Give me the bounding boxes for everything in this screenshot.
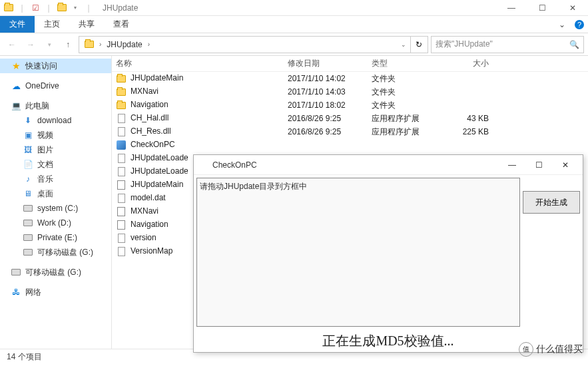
nav-up-icon[interactable]: ↑ — [60, 37, 76, 53]
search-icon[interactable]: 🔍 — [569, 40, 579, 49]
file-name: CH_Res.dll — [131, 126, 171, 136]
file-icon — [116, 246, 127, 257]
file-name: model.dat — [131, 193, 166, 202]
qat-check-icon[interactable]: ☑ — [29, 2, 41, 14]
breadcrumb-segment[interactable]: JHUpdate — [103, 40, 146, 49]
minimize-button[interactable]: — — [496, 0, 527, 16]
drive-icon — [11, 267, 21, 278]
sidebar-item[interactable]: system (C:) — [0, 201, 111, 216]
drive-icon — [23, 247, 33, 258]
expand-ribbon-icon[interactable]: ⌄ — [553, 16, 571, 33]
svg-text:?: ? — [577, 21, 581, 29]
picture-icon: 🖼 — [23, 144, 33, 155]
qat-dropdown-icon[interactable]: ▾ — [69, 2, 81, 14]
sidebar-network[interactable]: 🖧 网络 — [0, 285, 111, 299]
tab-file[interactable]: 文件 — [0, 16, 35, 33]
window-title: JHUpdate — [97, 3, 496, 13]
column-date[interactable]: 修改日期 — [284, 58, 368, 69]
file-icon — [116, 193, 127, 204]
refresh-icon[interactable]: ↻ — [410, 37, 426, 53]
sidebar-item[interactable]: 🖼图片 — [0, 142, 111, 157]
nav-forward-icon[interactable]: → — [23, 37, 39, 53]
watermark-text: 什么值得买 — [536, 343, 583, 355]
breadcrumb-dropdown-icon[interactable]: ⌄ — [397, 41, 410, 48]
window-titlebar: | ☑ | ▾ | JHUpdate — ☐ ✕ — [0, 0, 588, 16]
sidebar-item[interactable]: 📄文档 — [0, 157, 111, 172]
tab-share[interactable]: 共享 — [69, 16, 104, 33]
file-row[interactable]: Navigation2017/1/10 18:02文件夹 — [112, 98, 588, 112]
qat-divider: | — [43, 2, 55, 14]
qat-divider: | — [83, 2, 95, 14]
sidebar-item[interactable]: ⬇download — [0, 113, 111, 128]
tab-home[interactable]: 主页 — [35, 16, 69, 33]
sidebar-item-label: Work (D:) — [37, 218, 71, 228]
sidebar-item[interactable]: 🖥桌面 — [0, 186, 111, 201]
dialog-titlebar[interactable]: CheckOnPC — ☐ ✕ — [194, 155, 583, 175]
file-date: 2016/8/26 9:25 — [284, 114, 368, 123]
column-size[interactable]: 大小 — [441, 58, 494, 69]
file-icon — [116, 153, 127, 164]
sidebar-item[interactable]: ▣视频 — [0, 128, 111, 142]
file-row[interactable]: CH_Res.dll2016/8/26 9:25应用程序扩展225 KB — [112, 125, 588, 138]
dll-icon — [116, 126, 127, 137]
sidebar-quick-access[interactable]: ★ 快速访问 — [0, 59, 111, 73]
dialog-title: CheckOnPC — [212, 160, 499, 170]
help-icon[interactable]: ? — [571, 16, 588, 33]
bat-icon — [116, 206, 127, 217]
file-date: 2017/1/10 18:02 — [284, 100, 368, 110]
file-type: 应用程序扩展 — [368, 113, 441, 124]
nav-back-icon[interactable]: ← — [4, 37, 20, 53]
file-name: CH_Hal.dll — [131, 113, 168, 122]
close-button[interactable]: ✕ — [557, 0, 588, 16]
tab-view[interactable]: 查看 — [104, 16, 139, 33]
maximize-button[interactable]: ☐ — [527, 0, 557, 16]
chevron-right-icon[interactable]: › — [99, 41, 101, 48]
folder-icon — [116, 73, 127, 84]
sidebar-item[interactable]: 可移动磁盘 (G:) — [0, 245, 111, 260]
dialog-close-button[interactable]: ✕ — [552, 156, 579, 174]
file-type: 应用程序扩展 — [368, 126, 441, 138]
bat-icon — [116, 180, 127, 190]
file-name: JHUpdateLoade — [131, 166, 188, 176]
dialog-minimize-button[interactable]: — — [499, 156, 525, 174]
file-row[interactable]: CH_Hal.dll2016/8/26 9:25应用程序扩展43 KB — [112, 112, 588, 125]
bat-icon — [116, 220, 127, 230]
exe-icon — [116, 140, 127, 150]
chevron-right-icon[interactable]: › — [148, 41, 150, 48]
file-name: JHUpdateMain — [131, 180, 183, 189]
navigation-pane: ★ 快速访问 ☁ OneDrive 💻 此电脑 ⬇download▣视频🖼图片📄… — [0, 56, 112, 349]
sidebar-item-label: 音乐 — [37, 174, 53, 185]
file-row[interactable]: JHUpdateMain2017/1/10 14:02文件夹 — [112, 72, 588, 85]
column-name[interactable]: 名称 — [112, 58, 284, 69]
sidebar-label: 此电脑 — [25, 100, 49, 112]
item-count: 14 个项目 — [7, 351, 42, 363]
file-row[interactable]: CheckOnPC — [112, 138, 588, 152]
search-input[interactable]: 搜索"JHUpdate" 🔍 — [431, 36, 584, 53]
sidebar-item[interactable]: Work (D:) — [0, 216, 111, 230]
file-size: 43 KB — [441, 114, 494, 123]
drop-zone[interactable]: 请拖动JHUpdate目录到方框中 — [196, 178, 520, 327]
sidebar-item-label: system (C:) — [37, 204, 78, 213]
generate-button[interactable]: 开始生成 — [523, 191, 580, 214]
download-icon: ⬇ — [23, 115, 33, 126]
sidebar-removable[interactable]: 可移动磁盘 (G:) — [0, 265, 111, 279]
dialog-maximize-button[interactable]: ☐ — [525, 156, 552, 174]
document-icon: 📄 — [23, 159, 33, 170]
network-icon: 🖧 — [11, 287, 21, 297]
file-icon — [116, 233, 127, 244]
desktop-icon: 🖥 — [23, 188, 33, 199]
sidebar-item[interactable]: Private (E:) — [0, 230, 111, 245]
sidebar-onedrive[interactable]: ☁ OneDrive — [0, 79, 111, 93]
file-row[interactable]: MXNavi2017/1/10 14:03文件夹 — [112, 85, 588, 98]
qat-folder-icon[interactable] — [56, 2, 68, 14]
file-name: version — [131, 233, 156, 242]
breadcrumb[interactable]: › JHUpdate › ⌄ ↻ — [79, 36, 428, 53]
dialog-app-icon — [198, 160, 208, 170]
file-name: JHUpdateLoade — [131, 153, 188, 162]
drive-icon — [23, 232, 33, 243]
nav-history-icon[interactable]: ▾ — [41, 37, 57, 53]
sidebar-this-pc[interactable]: 💻 此电脑 — [0, 98, 111, 113]
sidebar-item[interactable]: ♪音乐 — [0, 172, 111, 186]
drop-hint: 请拖动JHUpdate目录到方框中 — [200, 182, 307, 191]
column-type[interactable]: 类型 — [368, 58, 441, 69]
